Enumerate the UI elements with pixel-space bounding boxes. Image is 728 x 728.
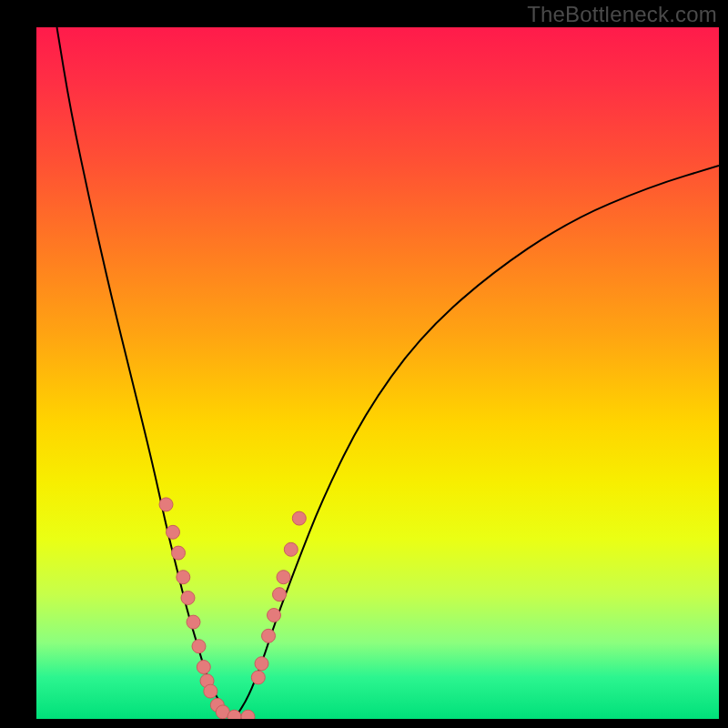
sample-dot bbox=[277, 571, 290, 584]
sample-dot bbox=[192, 640, 206, 653]
sample-dots-group bbox=[159, 498, 306, 719]
sample-dot bbox=[292, 511, 306, 525]
sample-dot bbox=[159, 498, 173, 511]
chart-frame: TheBottleneck.com bbox=[0, 0, 728, 728]
plot-area bbox=[36, 27, 719, 719]
sample-dot bbox=[228, 710, 241, 719]
sample-dot bbox=[273, 588, 287, 602]
watermark-text: TheBottleneck.com bbox=[527, 2, 717, 27]
sample-dot bbox=[177, 571, 190, 584]
sample-dot bbox=[172, 546, 186, 560]
curve-layer bbox=[36, 27, 719, 719]
sample-dot bbox=[181, 592, 195, 605]
sample-dot bbox=[187, 615, 200, 629]
curve-left-branch bbox=[57, 27, 235, 719]
sample-dot bbox=[251, 671, 265, 684]
sample-dot bbox=[204, 684, 217, 698]
sample-dot bbox=[241, 710, 255, 719]
sample-dot bbox=[167, 525, 180, 539]
sample-dot bbox=[255, 657, 268, 671]
sample-dot bbox=[284, 542, 298, 556]
curve-right-branch bbox=[235, 166, 720, 719]
sample-dot bbox=[268, 609, 281, 622]
sample-dot bbox=[262, 629, 276, 642]
sample-dot bbox=[197, 661, 210, 674]
